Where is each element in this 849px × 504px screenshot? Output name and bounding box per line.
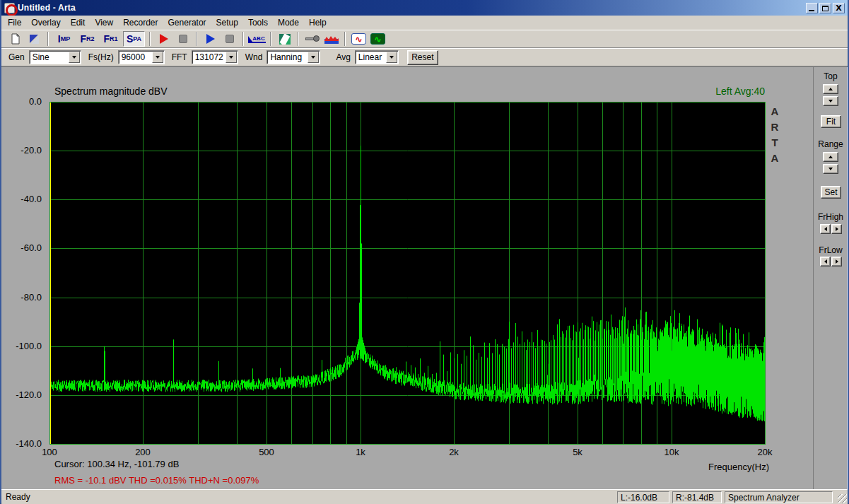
menu-help[interactable]: Help	[304, 16, 332, 29]
menu-mode[interactable]: Mode	[273, 16, 304, 29]
diagonal-split-icon	[29, 34, 40, 45]
y-tick-label: -100.0	[1, 341, 45, 351]
fft-label: FFT	[172, 52, 187, 62]
close-button[interactable]: X	[833, 3, 845, 13]
minimize-icon	[809, 10, 814, 11]
frhigh-decrease-button[interactable]	[820, 224, 831, 234]
fs-label: Fs(Hz)	[88, 52, 114, 62]
playback-stop-button[interactable]	[221, 31, 238, 47]
frlow-label: FrLow	[814, 245, 848, 255]
combo-dropdown-button[interactable]	[226, 52, 237, 63]
x-tick-label: 20k	[744, 447, 786, 457]
green-diagonal-icon	[279, 34, 291, 45]
x-axis-title: Frequency(Hz)	[628, 462, 769, 472]
avg-combobox[interactable]: Linear	[355, 50, 399, 64]
frhigh-increase-button[interactable]	[831, 224, 842, 234]
toolbar-separator	[242, 32, 244, 46]
new-document-button[interactable]	[6, 31, 24, 47]
gen-combobox[interactable]: Sine	[29, 50, 81, 64]
spectrum-scaling-button[interactable]: ∿	[369, 31, 387, 47]
window-title: Untitled - Arta	[18, 3, 76, 13]
x-tick-label: 500	[245, 447, 288, 457]
y-tick-label: -40.0	[1, 194, 45, 204]
calibration-button[interactable]	[303, 31, 321, 47]
stop-icon	[226, 35, 234, 43]
toolbar-separator	[47, 32, 49, 46]
arrow-left-icon	[824, 259, 827, 264]
record-play-icon	[160, 34, 168, 44]
toolbar-separator	[270, 32, 271, 46]
mode-indicator: Spectrum Analyzer	[725, 491, 833, 503]
status-bar: Ready L:-16.0dB R:-81.4dB Spectrum Analy…	[1, 489, 848, 504]
y-tick-label: 0.0	[1, 96, 45, 107]
minimize-button[interactable]	[806, 3, 818, 13]
top-increase-button[interactable]	[823, 84, 838, 94]
combo-dropdown-button[interactable]	[308, 52, 319, 63]
record-stop-button[interactable]	[174, 31, 192, 47]
range-decrease-button[interactable]	[823, 164, 838, 174]
microphone-icon	[305, 35, 320, 42]
title-bar[interactable]: Untitled - Arta X	[1, 0, 848, 16]
app-icon	[4, 3, 15, 13]
chevron-down-icon	[390, 56, 394, 59]
wnd-label: Wnd	[245, 52, 263, 62]
playback-start-button[interactable]	[201, 31, 219, 47]
fft-combobox[interactable]: 131072	[192, 50, 238, 64]
frlow-increase-button[interactable]	[831, 257, 842, 266]
menu-recorder[interactable]: Recorder	[118, 16, 163, 29]
chevron-down-icon	[311, 56, 315, 59]
signal-level-icon	[324, 35, 339, 44]
mode-spa-button[interactable]: SPA	[123, 31, 145, 47]
x-tick-label: 100	[28, 447, 71, 457]
range-label: Range	[814, 139, 848, 149]
menu-overlay[interactable]: Overlay	[26, 16, 65, 29]
menu-edit[interactable]: Edit	[66, 16, 90, 29]
combo-dropdown-button[interactable]	[152, 52, 163, 63]
labels-button[interactable]: ABC	[248, 31, 266, 47]
maximize-button[interactable]	[819, 3, 831, 13]
channel-average-label: Left Avg:40	[694, 86, 765, 97]
menu-bar: File Overlay Edit View Recorder Generato…	[1, 16, 848, 30]
reset-button[interactable]: Reset	[407, 50, 438, 65]
frlow-decrease-button[interactable]	[820, 257, 831, 266]
y-tick-label: -80.0	[1, 292, 45, 303]
y-tick-label: -20.0	[1, 145, 45, 156]
x-tick-label: 2k	[433, 447, 475, 457]
resize-grip[interactable]	[838, 494, 847, 503]
x-tick-label: 5k	[556, 447, 599, 457]
combo-dropdown-button[interactable]	[69, 52, 80, 63]
menu-setup[interactable]: Setup	[211, 16, 243, 29]
top-decrease-button[interactable]	[823, 96, 838, 106]
fs-combobox[interactable]: 96000	[118, 50, 165, 64]
level-meter-button[interactable]	[322, 31, 340, 47]
range-increase-button[interactable]	[823, 152, 838, 162]
toolbar-separator	[298, 32, 299, 46]
mode-fr2-button[interactable]: FR2	[76, 31, 98, 47]
mode-imp-button[interactable]: IMP	[53, 31, 75, 47]
x-tick-label: 200	[122, 447, 164, 457]
overlay-window-button[interactable]	[276, 31, 293, 47]
stop-icon	[179, 35, 187, 43]
avg-label: Avg	[336, 52, 350, 62]
toolbar-separator	[149, 32, 151, 46]
fit-button[interactable]: Fit	[821, 115, 841, 128]
combo-dropdown-button[interactable]	[386, 52, 397, 63]
spectrum-canvas[interactable]	[49, 102, 766, 445]
menu-tools[interactable]: Tools	[243, 16, 273, 29]
color-scheme-button[interactable]	[25, 31, 43, 47]
menu-view[interactable]: View	[90, 16, 118, 29]
mode-fr1-button[interactable]: FR1	[100, 31, 122, 47]
x-tick-label: 10k	[650, 447, 693, 457]
status-message: Ready	[6, 492, 30, 502]
wnd-combobox[interactable]: Hanning	[267, 50, 320, 64]
menu-file[interactable]: File	[3, 16, 26, 29]
arrow-left-icon	[824, 227, 827, 231]
arta-window: Untitled - Arta X File Overlay Edit View…	[0, 0, 849, 504]
record-start-button[interactable]	[155, 31, 172, 47]
menu-generator[interactable]: Generator	[163, 16, 211, 29]
abc-cursor-icon: ABC	[248, 35, 265, 43]
generator-setup-button[interactable]: ∿	[350, 31, 368, 47]
arrow-down-icon	[828, 100, 833, 102]
set-button[interactable]: Set	[821, 186, 841, 199]
sine-green-icon: ∿	[370, 33, 385, 45]
